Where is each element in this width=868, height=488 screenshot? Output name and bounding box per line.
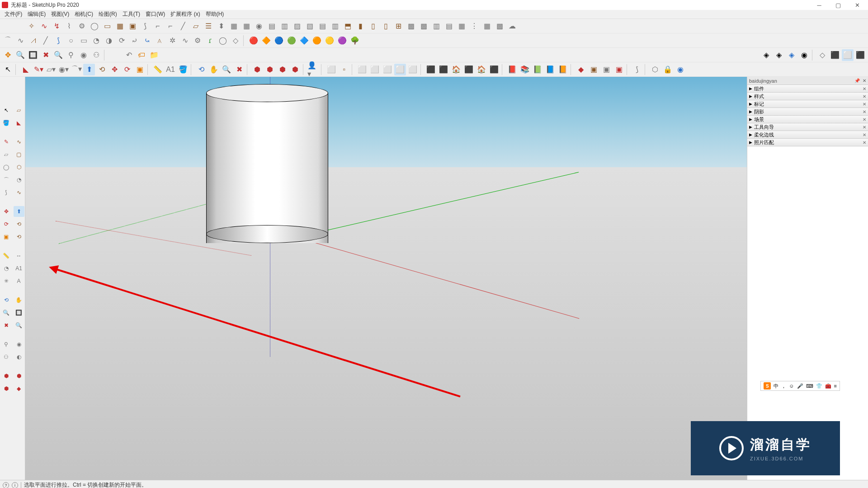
tool-box3-icon[interactable]: ▣ (127, 20, 138, 32)
lt-3dtext-icon[interactable]: A (14, 276, 24, 286)
lt-prev-icon[interactable]: 🔍 (14, 320, 24, 331)
tool-target-icon[interactable]: ✖ (40, 49, 52, 61)
lt-orbit-icon[interactable]: ⟲ (1, 295, 12, 305)
ime-skin-icon[interactable]: 👕 (816, 383, 822, 389)
tool-polyline-icon[interactable]: ↯ (51, 20, 62, 32)
tool-face3-icon[interactable]: ⬛ (463, 64, 475, 75)
tool-curve-icon[interactable]: ∿ (38, 20, 50, 32)
menu-edit[interactable]: 编辑(E) (25, 9, 48, 19)
rp-section-x-icon[interactable]: ✕ (863, 117, 866, 122)
lt-wh2-icon[interactable]: ⬢ (14, 371, 24, 381)
tool-arc-icon[interactable]: ⌒ (2, 35, 14, 47)
tool-hatch3-icon[interactable]: ▨ (291, 20, 303, 32)
tool-walk-icon[interactable]: ⚇ (90, 49, 102, 61)
tool-eraser-icon[interactable]: ◣ (20, 64, 32, 75)
tool-tape-icon[interactable]: 📏 (152, 64, 164, 75)
tool-dots-icon[interactable]: ⋮ (468, 20, 480, 32)
tool-grid-icon[interactable]: ▦ (228, 20, 240, 32)
rp-section-x-icon[interactable]: ✕ (863, 109, 866, 114)
tool-layers2-icon[interactable]: ◈ (773, 49, 785, 61)
tool-zoom2-icon[interactable]: 🔍 (221, 64, 232, 75)
tool-cloud-icon[interactable]: ☁ (506, 20, 518, 32)
lt-wh-icon[interactable]: ⬢ (1, 371, 12, 381)
rp-section-shadows[interactable]: ▶阴影✕ (747, 108, 868, 116)
tool-color-green-icon[interactable]: 🟢 (286, 35, 297, 47)
tool-rotate-icon[interactable]: ⟳ (121, 64, 133, 75)
tool-cube2-icon[interactable]: ⬜ (842, 49, 854, 61)
tool-cube-g-icon[interactable]: ▣ (600, 64, 612, 75)
tool-view-back-icon[interactable]: ⬜ (369, 64, 381, 75)
lt-arc-icon[interactable]: ⌒ (1, 174, 12, 185)
tool-view-left-icon[interactable]: ⬜ (382, 64, 393, 75)
rp-section-tags[interactable]: ▶标记✕ (747, 100, 868, 108)
tool-select-icon[interactable]: ↖ (2, 64, 14, 75)
ime-lang[interactable]: 中 (774, 383, 778, 389)
ime-punct[interactable]: ， (781, 383, 786, 389)
tool-view-top-icon[interactable]: ▫ (338, 64, 350, 75)
tool-mesh2-icon[interactable]: ▩ (494, 20, 505, 32)
tool-door-icon[interactable]: ▯ (380, 20, 392, 32)
tool-pattern-icon[interactable]: ▩ (405, 20, 417, 32)
tool-color-dark-icon[interactable]: 🔶 (260, 35, 272, 47)
tool-color-yellow-icon[interactable]: 🟡 (324, 35, 335, 47)
lt-text-icon[interactable]: A1 (14, 263, 24, 274)
lt-paint-icon[interactable]: 🪣 (1, 117, 12, 128)
tool-layers4-icon[interactable]: ◉ (798, 49, 810, 61)
tool-hatch-icon[interactable]: ▤ (266, 20, 278, 32)
status-info-icon[interactable]: i (12, 482, 18, 488)
tool-boxes-icon[interactable]: ▦ (114, 20, 126, 32)
tool-color-mix-icon[interactable]: 🔵 (273, 35, 285, 47)
tool-wall-icon[interactable]: ▮ (354, 20, 366, 32)
lt-position-icon[interactable]: ⚲ (1, 339, 12, 350)
tool-hatch4-icon[interactable]: ▧ (304, 20, 316, 32)
lt-tape-icon[interactable]: 📏 (1, 250, 12, 261)
lt-arc2-icon[interactable]: ⟆ (1, 187, 12, 198)
lt-zoomext-icon[interactable]: ✖ (1, 320, 12, 331)
tool-sweep3-icon[interactable]: ⤿ (141, 35, 153, 47)
tool-sweep2-icon[interactable]: ⤾ (128, 35, 140, 47)
tool-corner2-icon[interactable]: ⌐ (165, 20, 176, 32)
tool-window-icon[interactable]: ⊞ (392, 20, 404, 32)
status-help-icon[interactable]: ? (3, 482, 9, 488)
tool-line-icon[interactable]: ╱ (40, 35, 52, 47)
tool-book-icon[interactable]: 📕 (506, 64, 518, 75)
lt-followme-icon[interactable]: ⟲ (14, 219, 24, 230)
tool-color-blue-icon[interactable]: 🔷 (298, 35, 310, 47)
tool-layers3-icon[interactable]: ◈ (786, 49, 797, 61)
tool-zoom-extents-icon[interactable]: 🔍 (52, 49, 64, 61)
tool-arc2-icon[interactable]: ⟆ (52, 35, 64, 47)
lt-ext-icon[interactable]: ⬢ (1, 383, 12, 394)
tool-tree-icon[interactable]: 🌳 (349, 35, 361, 47)
tool-ext2-icon[interactable]: ⬢ (289, 64, 301, 75)
tool-grid2-icon[interactable]: ▦ (241, 20, 252, 32)
tool-book2-icon[interactable]: 📗 (532, 64, 543, 75)
tool-view-persp-icon[interactable]: ⬜ (407, 64, 419, 75)
tool-offset-icon[interactable]: ⟲ (96, 64, 108, 75)
maximize-button[interactable]: ▢ (833, 1, 844, 9)
tool-sphere2-icon[interactable]: ◉ (675, 64, 686, 75)
tool-orbit-icon[interactable]: ⟲ (195, 64, 207, 75)
rp-section-x-icon[interactable]: ✕ (863, 94, 866, 99)
tool-tag-icon[interactable]: 🏷 (136, 49, 147, 61)
tool-zoom-icon[interactable]: 🔍 (14, 49, 26, 61)
tool-face4-icon[interactable]: ⬛ (488, 64, 500, 75)
tool-crescent-icon[interactable]: ◑ (103, 35, 115, 47)
lt-move-icon[interactable]: ✥ (1, 206, 12, 217)
tool-face2-icon[interactable]: ⬛ (438, 64, 449, 75)
tool-ext-icon[interactable]: ⬢ (277, 64, 288, 75)
tool-sweep4-icon[interactable]: ⟑ (154, 35, 165, 47)
lt-protractor-icon[interactable]: ◔ (1, 263, 12, 274)
tool-zoom-region-icon[interactable]: 🔲 (27, 49, 39, 61)
lt-ext2-icon[interactable]: ◆ (14, 383, 24, 394)
tool-shield-icon[interactable]: ◇ (230, 35, 241, 47)
menu-draw[interactable]: 绘图(R) (96, 9, 120, 19)
tool-mesh-icon[interactable]: ▦ (481, 20, 493, 32)
lt-box-icon[interactable]: ▱ (14, 105, 24, 116)
tool-gear2-icon[interactable]: ⚙ (192, 35, 203, 47)
tool-person-icon[interactable]: ⚲ (65, 49, 77, 61)
tool-lasso-icon[interactable]: ✧ (25, 20, 37, 32)
lt-dim-icon[interactable]: ↔ (14, 250, 24, 261)
menu-view[interactable]: 视图(V) (48, 9, 72, 19)
tool-sphere-icon[interactable]: ◉ (253, 20, 265, 32)
tool-cube-b-icon[interactable]: ▣ (588, 64, 599, 75)
